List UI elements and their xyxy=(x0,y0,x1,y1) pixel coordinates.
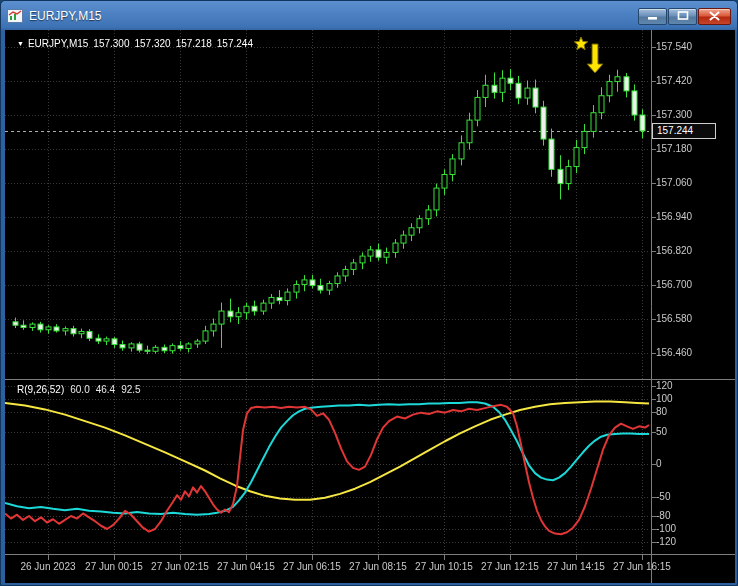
window-controls xyxy=(638,8,731,25)
close-button[interactable] xyxy=(698,8,731,25)
app-icon xyxy=(7,8,23,24)
close-icon xyxy=(708,9,721,24)
mt4-chart-window: EURJPY,M15 ▼EURJPY,M15157.300 xyxy=(0,0,738,586)
price-chart-canvas[interactable] xyxy=(5,30,735,583)
maximize-icon xyxy=(677,9,689,24)
minimize-icon xyxy=(647,9,659,24)
maximize-button[interactable] xyxy=(668,8,697,25)
minimize-button[interactable] xyxy=(638,8,667,25)
window-titlebar[interactable]: EURJPY,M15 xyxy=(1,1,737,30)
window-title: EURJPY,M15 xyxy=(29,9,101,23)
chart-client-area: ▼EURJPY,M15157.300157.320157.218157.244 … xyxy=(5,30,735,583)
